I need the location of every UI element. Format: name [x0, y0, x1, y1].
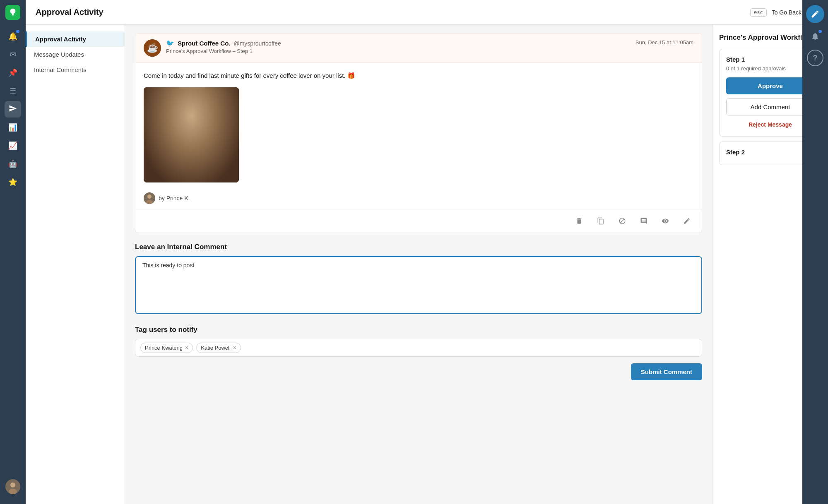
svg-point-11 [197, 110, 212, 139]
copy-post-button[interactable] [594, 214, 607, 228]
tag-input-area[interactable]: Prince Kwateng × Katie Powell × [135, 339, 702, 357]
step-1-title: Step 1 [726, 56, 814, 63]
svg-point-13 [194, 122, 197, 125]
step-1-subtitle: 0 of 1 required approvals [726, 65, 814, 72]
svg-rect-5 [144, 87, 239, 182]
bell-right-icon [811, 32, 820, 41]
delete-post-button[interactable] [573, 214, 586, 228]
post-workflow: Prince's Approval Workflow – Step 1 [166, 48, 631, 54]
comment-section: Leave an Internal Comment This is ready … [135, 243, 702, 316]
approve-button[interactable]: Approve [726, 77, 814, 94]
sidebar-item-pin[interactable]: 📌 [5, 65, 21, 81]
bot-icon: 🤖 [8, 159, 17, 168]
post-timestamp: Sun, Dec 15 at 11:05am [635, 39, 693, 46]
tag-section: Tag users to notify Prince Kwateng × Kat… [135, 326, 702, 357]
svg-rect-16 [166, 145, 181, 162]
svg-point-20 [147, 194, 152, 199]
coffee-logo: ☕ [144, 39, 161, 57]
nav-item-message-updates[interactable]: Message Updates [26, 47, 125, 62]
tag-remove-katie[interactable]: × [233, 345, 236, 350]
tag-label-katie: Katie Powell [201, 345, 231, 351]
left-nav: Approval Activity Message Updates Intern… [26, 25, 125, 504]
block-icon [619, 217, 626, 225]
svg-point-6 [166, 133, 216, 182]
reject-message-button[interactable]: Reject Message [726, 120, 814, 130]
svg-point-1 [10, 482, 15, 487]
send-icon [9, 104, 17, 115]
eye-icon [662, 217, 669, 225]
post-account: 🐦 Sprout Coffee Co. @mysprourtcoffee [166, 39, 631, 47]
author-avatar-img [144, 192, 155, 204]
sidebar-item-reports[interactable]: 📈 [5, 137, 21, 154]
svg-point-10 [171, 110, 186, 139]
add-comment-button[interactable]: Add Comment [726, 98, 814, 115]
nav-item-internal-comments[interactable]: Internal Comments [26, 62, 125, 77]
post-photo-svg: MRS. [144, 87, 239, 182]
trash-icon [575, 217, 583, 225]
star-icon: ⭐ [8, 178, 17, 187]
submit-area: Submit Comment [135, 363, 702, 380]
sidebar-item-favorites[interactable]: ⭐ [5, 174, 21, 190]
step-2-title: Step 2 [726, 149, 814, 156]
reports-icon: 📈 [8, 141, 17, 150]
comment-section-title: Leave an Internal Comment [135, 243, 702, 251]
edit-post-button[interactable] [680, 214, 693, 228]
sidebar-item-notifications[interactable]: 🔔 [5, 28, 21, 45]
tag-section-title: Tag users to notify [135, 326, 702, 334]
post-body: Come in today and find last minute gifts… [135, 63, 702, 209]
tag-remove-prince[interactable]: × [185, 345, 188, 350]
main-container: Approval Activity esc To Go Back × Appro… [26, 0, 828, 504]
notification-badge [16, 30, 19, 33]
post-image-inner: MRS. [144, 87, 239, 182]
user-avatar-sidebar[interactable] [5, 479, 20, 494]
left-sidebar: 🔔 ✉ 📌 ☰ 📊 📈 🤖 ⭐ [0, 0, 26, 504]
tag-chip-katie: Katie Powell × [196, 343, 241, 353]
author-avatar [144, 192, 155, 204]
tag-chip-prince: Prince Kwateng × [140, 343, 193, 353]
nav-item-approval-activity[interactable]: Approval Activity [26, 31, 125, 47]
post-card: ☕ 🐦 Sprout Coffee Co. @mysprourtcoffee P… [135, 33, 702, 233]
post-info: 🐦 Sprout Coffee Co. @mysprourtcoffee Pri… [166, 39, 631, 54]
right-sidebar: ? [802, 0, 828, 504]
comment-post-button[interactable] [637, 214, 650, 228]
sidebar-item-analytics[interactable]: 📊 [5, 119, 21, 136]
help-button[interactable]: ? [807, 50, 823, 66]
avatar-image [5, 479, 20, 494]
bell-right-button[interactable] [807, 28, 823, 45]
compose-button[interactable] [806, 5, 824, 23]
chat-icon [640, 217, 647, 225]
sidebar-item-automations[interactable]: 🤖 [5, 156, 21, 172]
post-actions [135, 209, 702, 233]
copy-icon [597, 217, 604, 225]
svg-point-14 [164, 142, 185, 157]
sidebar-item-publishing[interactable] [5, 101, 21, 118]
svg-text:☕: ☕ [147, 42, 159, 53]
account-handle: @mysprourtcoffee [234, 40, 281, 47]
sidebar-item-inbox[interactable]: ✉ [5, 46, 21, 63]
block-post-button[interactable] [616, 214, 629, 228]
post-text: Come in today and find last minute gifts… [144, 71, 693, 81]
svg-rect-9 [176, 112, 206, 120]
post-author: by Prince K. [144, 189, 693, 209]
page-header: Approval Activity esc To Go Back × [26, 0, 828, 25]
post-header: ☕ 🐦 Sprout Coffee Co. @mysprourtcoffee P… [135, 34, 702, 63]
submit-comment-button[interactable]: Submit Comment [631, 363, 702, 380]
logo-icon [8, 8, 17, 17]
page-title: Approval Activity [36, 7, 104, 17]
sidebar-item-tasks[interactable]: ☰ [5, 83, 21, 99]
account-name: Sprout Coffee Co. [178, 40, 231, 47]
twitter-icon: 🐦 [166, 39, 174, 47]
inbox-icon: ✉ [10, 50, 16, 59]
svg-text:MRS.: MRS. [169, 153, 178, 157]
svg-point-8 [176, 101, 206, 124]
preview-post-button[interactable] [659, 214, 672, 228]
esc-badge: esc [750, 8, 767, 17]
middle-content: ☕ 🐦 Sprout Coffee Co. @mysprourtcoffee P… [125, 25, 712, 504]
comment-textarea[interactable]: This is ready to post [135, 256, 702, 314]
app-logo[interactable] [5, 5, 20, 20]
bell-badge [818, 30, 822, 33]
analytics-icon: 📊 [8, 123, 17, 132]
post-image: MRS. [144, 87, 239, 182]
svg-rect-18 [202, 145, 216, 162]
tasks-icon: ☰ [10, 86, 16, 96]
